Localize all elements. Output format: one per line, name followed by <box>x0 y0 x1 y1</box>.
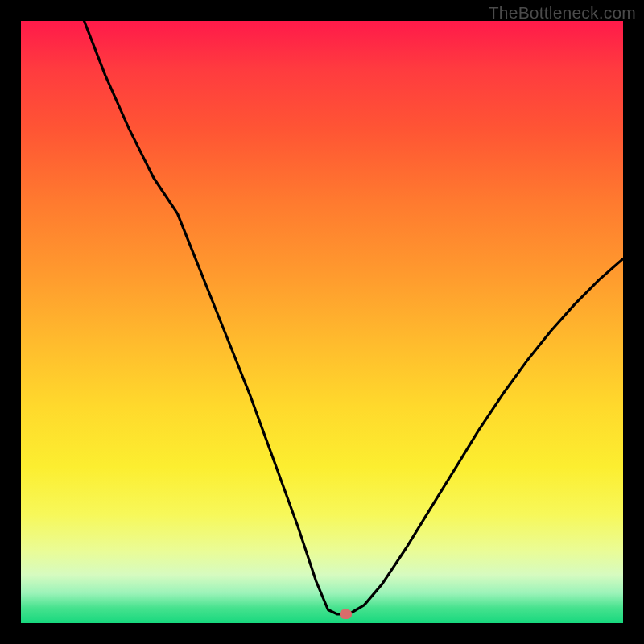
bottleneck-curve <box>21 21 623 623</box>
chart-frame: TheBottleneck.com <box>0 0 644 644</box>
watermark-text: TheBottleneck.com <box>489 3 636 23</box>
plot-area <box>21 21 623 623</box>
optimum-marker <box>340 609 352 619</box>
